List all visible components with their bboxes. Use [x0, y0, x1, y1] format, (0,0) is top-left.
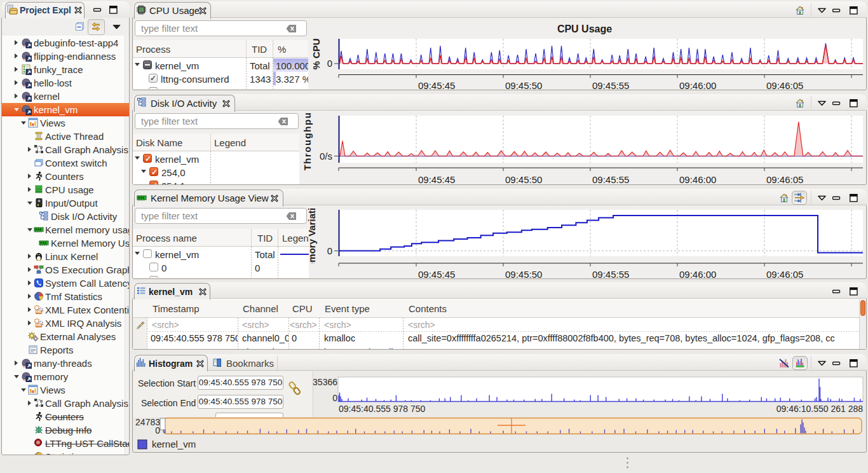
- svg-text:09:45:50: 09:45:50: [505, 80, 542, 91]
- svg-text:09:46:00: 09:46:00: [679, 80, 716, 91]
- svg-text:CPU Usage: CPU Usage: [557, 24, 612, 34]
- svg-text:09:46:05: 09:46:05: [766, 80, 803, 91]
- svg-text:09:45:45: 09:45:45: [418, 80, 455, 91]
- svg-text:09:45:55: 09:45:55: [592, 80, 629, 91]
- svg-text:0: 0: [327, 58, 332, 69]
- svg-text:% CPU: % CPU: [311, 38, 322, 69]
